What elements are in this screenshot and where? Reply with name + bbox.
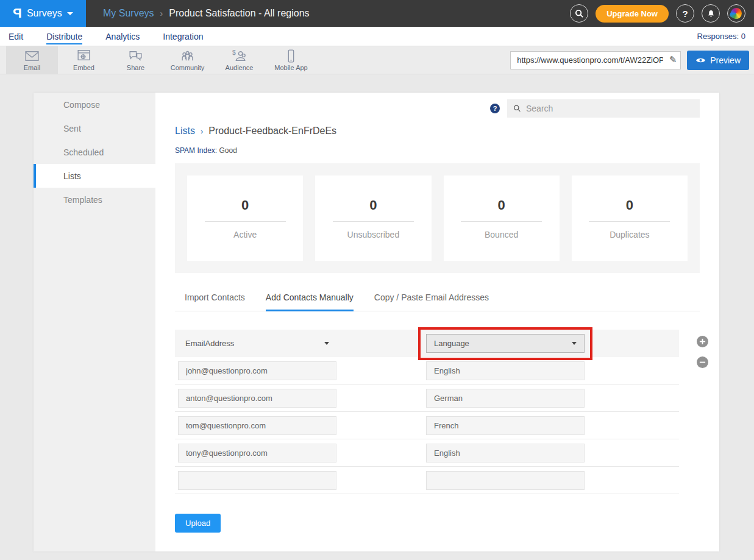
upload-button[interactable]: Upload xyxy=(175,514,221,533)
language-column-select[interactable]: Language xyxy=(426,334,585,353)
audience-icon: $ xyxy=(231,49,247,63)
language-field[interactable] xyxy=(426,361,585,380)
stat-divider xyxy=(589,221,670,222)
contact-row xyxy=(175,412,679,439)
channel-items: Email Embed Share Community $ Audience M… xyxy=(6,46,317,74)
channel-label: Embed xyxy=(73,64,94,71)
search-input[interactable] xyxy=(526,104,694,113)
language-field[interactable] xyxy=(426,471,585,490)
stat-divider xyxy=(333,221,414,222)
sidebar-item-scheduled[interactable]: Scheduled xyxy=(34,140,155,164)
row-controls xyxy=(697,336,708,368)
contact-row xyxy=(175,357,679,385)
remove-row-button[interactable] xyxy=(697,356,708,368)
brand-menu[interactable]: P Surveys xyxy=(0,0,86,27)
survey-breadcrumb: My Surveys › Product Satisfaction - All … xyxy=(86,0,570,27)
responses-count[interactable]: Responses: 0 xyxy=(697,32,746,41)
breadcrumb-my-surveys[interactable]: My Surveys xyxy=(103,8,154,19)
stat-card-bounced: 0 Bounced xyxy=(444,175,560,261)
stat-divider xyxy=(205,221,286,222)
contact-row xyxy=(175,439,679,467)
language-column-label: Language xyxy=(434,339,469,348)
spam-index-label: SPAM Index: xyxy=(175,146,217,155)
context-help-icon[interactable]: ? xyxy=(490,104,500,113)
sidebar-item-lists[interactable]: Lists xyxy=(34,164,155,188)
sidebar-item-templates[interactable]: Templates xyxy=(34,188,155,211)
header-actions: Upgrade Now ? xyxy=(570,0,754,27)
stat-label: Bounced xyxy=(485,230,518,239)
sidebar-item-sent[interactable]: Sent xyxy=(34,116,155,140)
search-icon xyxy=(513,104,521,113)
nav-tab-edit[interactable]: Edit xyxy=(9,29,23,44)
channel-mobile-app[interactable]: Mobile App xyxy=(265,46,317,74)
mobile-app-icon xyxy=(283,49,299,63)
channel-share[interactable]: Share xyxy=(110,46,162,74)
channel-email[interactable]: Email xyxy=(6,46,58,74)
nav-tab-distribute[interactable]: Distribute xyxy=(46,29,82,44)
email-field[interactable] xyxy=(178,416,336,435)
add-row-button[interactable] xyxy=(697,336,708,347)
plus-icon xyxy=(699,338,706,345)
breadcrumb-separator: › xyxy=(160,9,163,18)
chevron-down-icon xyxy=(67,12,73,15)
preview-button[interactable]: Preview xyxy=(687,51,749,70)
contact-row xyxy=(175,467,679,494)
contacts-table-header: EmailAddress Language xyxy=(175,330,679,357)
manual-contacts-table: EmailAddress Language xyxy=(175,330,679,494)
survey-nav-links: Edit Distribute Analytics Integration xyxy=(9,29,697,44)
toolbar-right: ✎ Preview xyxy=(510,51,749,70)
channel-label: Mobile App xyxy=(274,64,307,71)
stat-divider xyxy=(461,221,542,222)
breadcrumb-list-name: Product-Feedback-EnFrDeEs xyxy=(208,126,336,136)
language-field[interactable] xyxy=(426,389,585,408)
language-field[interactable] xyxy=(426,416,585,435)
help-icon[interactable]: ? xyxy=(676,4,694,23)
minus-icon xyxy=(699,359,706,366)
language-field[interactable] xyxy=(426,444,585,463)
search-icon[interactable] xyxy=(570,4,588,23)
contact-row xyxy=(175,385,679,412)
stat-card-duplicates: 0 Duplicates xyxy=(572,175,688,261)
email-column-label: EmailAddress xyxy=(185,339,234,348)
svg-text:$: $ xyxy=(232,49,236,56)
edit-url-pencil-icon[interactable]: ✎ xyxy=(669,54,677,65)
email-field[interactable] xyxy=(178,471,336,490)
survey-url-input[interactable] xyxy=(510,51,681,69)
channel-label: Audience xyxy=(226,64,254,71)
channel-community[interactable]: Community xyxy=(162,46,213,74)
channel-label: Email xyxy=(24,64,41,71)
breadcrumb-lists-link[interactable]: Lists xyxy=(175,126,195,136)
tab-copy-paste-email-addresses[interactable]: Copy / Paste Email Addresses xyxy=(374,292,489,311)
eye-icon xyxy=(695,57,706,64)
nav-tab-integration[interactable]: Integration xyxy=(163,29,203,44)
email-field[interactable] xyxy=(178,361,336,380)
upgrade-now-button[interactable]: Upgrade Now xyxy=(596,5,669,23)
spam-index-value: Good xyxy=(219,146,237,155)
product-name: Surveys xyxy=(27,8,62,19)
sidebar-item-compose[interactable]: Compose xyxy=(34,93,155,116)
stat-value: 0 xyxy=(241,197,249,213)
channel-audience[interactable]: $ Audience xyxy=(213,46,265,74)
channel-label: Share xyxy=(127,64,144,71)
list-breadcrumb: Lists › Product-Feedback-EnFrDeEs xyxy=(175,126,700,136)
email-column-select[interactable]: EmailAddress xyxy=(178,334,336,353)
list-stats-panel: 0 Active 0 Unsubscribed 0 Bounced 0 Dupl… xyxy=(175,163,700,273)
nav-tab-analytics[interactable]: Analytics xyxy=(105,29,140,44)
chevron-down-icon xyxy=(324,342,329,345)
tab-import-contacts[interactable]: Import Contacts xyxy=(185,292,245,311)
avatar[interactable] xyxy=(727,4,745,23)
content-top-row: ? xyxy=(175,97,700,119)
stat-value: 0 xyxy=(626,197,633,213)
channel-label: Community xyxy=(171,64,205,71)
email-field[interactable] xyxy=(178,444,336,463)
questionpro-logo-icon: P xyxy=(13,7,22,20)
stat-value: 0 xyxy=(498,197,505,213)
notifications-bell-icon[interactable] xyxy=(702,4,720,23)
spam-index-row: SPAM Index: Good xyxy=(175,146,700,155)
channel-embed[interactable]: Embed xyxy=(58,46,110,74)
top-header: P Surveys My Surveys › Product Satisfact… xyxy=(0,0,754,27)
stat-label: Duplicates xyxy=(610,230,649,239)
email-field[interactable] xyxy=(178,389,336,408)
embed-icon xyxy=(76,49,92,63)
tab-add-contacts-manually[interactable]: Add Contacts Manually xyxy=(266,292,354,311)
